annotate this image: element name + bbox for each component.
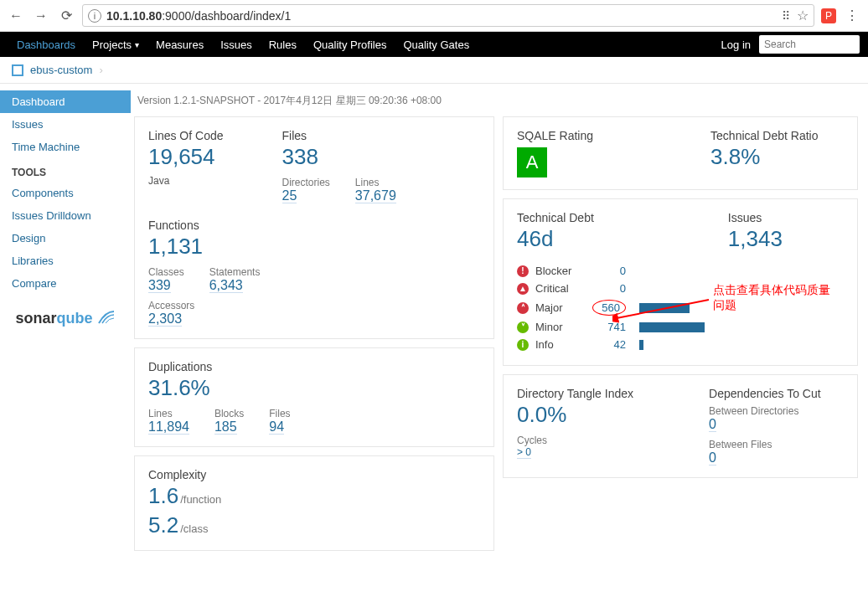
panel-tangle: Directory Tangle Index 0.0% Cycles> 0 De… bbox=[503, 374, 858, 478]
info-bar bbox=[639, 340, 643, 350]
chevron-right-icon: › bbox=[99, 64, 102, 76]
minor-count[interactable]: 741 bbox=[592, 321, 626, 333]
breadcrumb: ebus-custom › bbox=[0, 57, 868, 84]
stmts-value[interactable]: 6,343 bbox=[209, 278, 243, 293]
dup-pct[interactable]: 31.6% bbox=[148, 375, 210, 400]
bf-label: Between Files bbox=[709, 439, 772, 450]
nav-measures[interactable]: Measures bbox=[147, 32, 212, 57]
nav-rules[interactable]: Rules bbox=[261, 32, 305, 57]
info-count[interactable]: 42 bbox=[592, 338, 626, 351]
translate-icon[interactable]: ⠿ bbox=[782, 9, 790, 23]
dup-blocks[interactable]: 185 bbox=[214, 419, 237, 435]
files-value[interactable]: 338 bbox=[282, 144, 318, 169]
panel-debt-issues: Technical Debt 46d Issues 1,343 !Blocker… bbox=[503, 198, 858, 366]
dup-lines-label: Lines bbox=[148, 408, 173, 419]
panel-rating: SQALE Rating A Technical Debt Ratio 3.8% bbox=[503, 116, 858, 190]
sqale-grade: A bbox=[517, 147, 547, 177]
sidebar-item-issues-drilldown[interactable]: Issues Drilldown bbox=[0, 204, 131, 227]
panel-complexity: Complexity 1.6/function 5.2/class bbox=[134, 455, 494, 551]
sidebar-item-design[interactable]: Design bbox=[0, 227, 131, 249]
loc-value[interactable]: 19,654 bbox=[148, 144, 215, 169]
issue-row-major: ˄Major560 bbox=[517, 297, 844, 318]
tdr-label: Technical Debt Ratio bbox=[710, 129, 818, 142]
cx-class-unit: /class bbox=[180, 522, 208, 535]
panel-duplications: Duplications 31.6% Lines11,894 Blocks185… bbox=[134, 347, 494, 447]
bd-value[interactable]: 0 bbox=[709, 417, 716, 432]
major-count[interactable]: 560 bbox=[592, 300, 626, 316]
caret-down-icon: ▾ bbox=[135, 40, 139, 49]
url-text: 10.1.10.80:9000/dashboard/index/1 bbox=[106, 9, 291, 23]
nav-projects[interactable]: Projects▾ bbox=[84, 32, 147, 57]
blocker-icon: ! bbox=[517, 265, 529, 277]
issue-row-blocker: !Blocker0 bbox=[517, 262, 844, 280]
functions-value[interactable]: 1,131 bbox=[148, 234, 203, 259]
tangle-title: Directory Tangle Index bbox=[517, 387, 633, 400]
cycles-value[interactable]: > 0 bbox=[517, 446, 531, 459]
project-icon bbox=[12, 64, 23, 76]
main-content: Version 1.2.1-SNAPSHOT - 2017年4月12日 星期三 … bbox=[131, 84, 868, 568]
minor-icon: ˅ bbox=[517, 322, 529, 333]
breadcrumb-project[interactable]: ebus-custom bbox=[30, 64, 92, 76]
sidebar-heading-tools: TOOLS bbox=[0, 158, 131, 182]
tdr-value[interactable]: 3.8% bbox=[710, 144, 760, 169]
nav-quality-gates[interactable]: Quality Gates bbox=[395, 32, 478, 57]
issue-row-info: iInfo42 bbox=[517, 336, 844, 353]
panel-size: Lines Of Code 19,654 Java Files 338 Dire… bbox=[134, 116, 494, 339]
dup-lines[interactable]: 11,894 bbox=[148, 419, 189, 435]
star-icon[interactable]: ☆ bbox=[797, 8, 809, 23]
dup-files[interactable]: 94 bbox=[269, 419, 284, 435]
search-input[interactable] bbox=[759, 35, 860, 54]
cx-per-function[interactable]: 1.6 bbox=[148, 483, 178, 508]
cx-per-class[interactable]: 5.2 bbox=[148, 512, 178, 538]
nav-login[interactable]: Log in bbox=[713, 32, 759, 57]
sidebar-item-dashboard[interactable]: Dashboard bbox=[0, 90, 131, 113]
bd-label: Between Directories bbox=[709, 405, 798, 417]
sidebar-item-components[interactable]: Components bbox=[0, 182, 131, 204]
menu-icon[interactable]: ⋮ bbox=[843, 7, 861, 25]
nav-dashboards[interactable]: Dashboards bbox=[8, 32, 84, 57]
debt-label: Technical Debt bbox=[517, 211, 594, 224]
dup-blocks-label: Blocks bbox=[214, 408, 244, 419]
cx-func-unit: /function bbox=[180, 493, 221, 506]
bf-value[interactable]: 0 bbox=[709, 450, 716, 466]
sidebar-item-issues[interactable]: Issues bbox=[0, 113, 131, 136]
cx-title: Complexity bbox=[148, 468, 480, 481]
major-bar bbox=[639, 303, 690, 313]
info-icon[interactable]: i bbox=[88, 9, 101, 23]
language: Java bbox=[148, 175, 224, 187]
issue-row-minor: ˅Minor741 bbox=[517, 318, 844, 336]
stmts-label: Statements bbox=[209, 266, 261, 278]
tangle-pct[interactable]: 0.0% bbox=[517, 402, 566, 427]
back-icon[interactable]: ← bbox=[7, 7, 25, 25]
debt-value[interactable]: 46d bbox=[517, 226, 553, 251]
top-nav: Dashboards Projects▾ Measures Issues Rul… bbox=[0, 32, 868, 57]
sidebar-item-compare[interactable]: Compare bbox=[0, 272, 131, 295]
deps-title: Dependencies To Cut bbox=[709, 387, 821, 400]
dirs-value[interactable]: 25 bbox=[282, 188, 297, 203]
functions-label: Functions bbox=[148, 219, 480, 232]
issues-label: Issues bbox=[728, 211, 783, 224]
reload-icon[interactable]: ⟳ bbox=[57, 7, 75, 25]
nav-quality-profiles[interactable]: Quality Profiles bbox=[305, 32, 395, 57]
critical-icon: ▲ bbox=[517, 283, 529, 295]
url-bar[interactable]: i 10.1.10.80:9000/dashboard/index/1 ⠿ ☆ bbox=[82, 4, 814, 27]
sidebar: Dashboard Issues Time Machine TOOLS Comp… bbox=[0, 84, 131, 568]
issues-value[interactable]: 1,343 bbox=[728, 226, 783, 251]
sonarqube-logo: sonarqube bbox=[0, 295, 131, 334]
info-sev-icon: i bbox=[517, 339, 529, 351]
minor-bar bbox=[639, 322, 705, 332]
sidebar-item-time-machine[interactable]: Time Machine bbox=[0, 136, 131, 158]
accessors-value[interactable]: 2,303 bbox=[148, 311, 182, 327]
sidebar-item-libraries[interactable]: Libraries bbox=[0, 249, 131, 272]
version-line: Version 1.2.1-SNAPSHOT - 2017年4月12日 星期三 … bbox=[137, 94, 858, 108]
dirs-label: Directories bbox=[282, 177, 330, 188]
blocker-count[interactable]: 0 bbox=[592, 265, 626, 277]
lines-value[interactable]: 37,679 bbox=[355, 188, 396, 203]
files-label: Files bbox=[282, 129, 396, 142]
forward-icon[interactable]: → bbox=[32, 7, 50, 25]
issue-row-critical: ▲Critical0 bbox=[517, 280, 844, 297]
extension-icon[interactable]: P bbox=[821, 8, 836, 23]
nav-issues[interactable]: Issues bbox=[212, 32, 261, 57]
classes-value[interactable]: 339 bbox=[148, 278, 171, 293]
critical-count[interactable]: 0 bbox=[592, 282, 626, 295]
